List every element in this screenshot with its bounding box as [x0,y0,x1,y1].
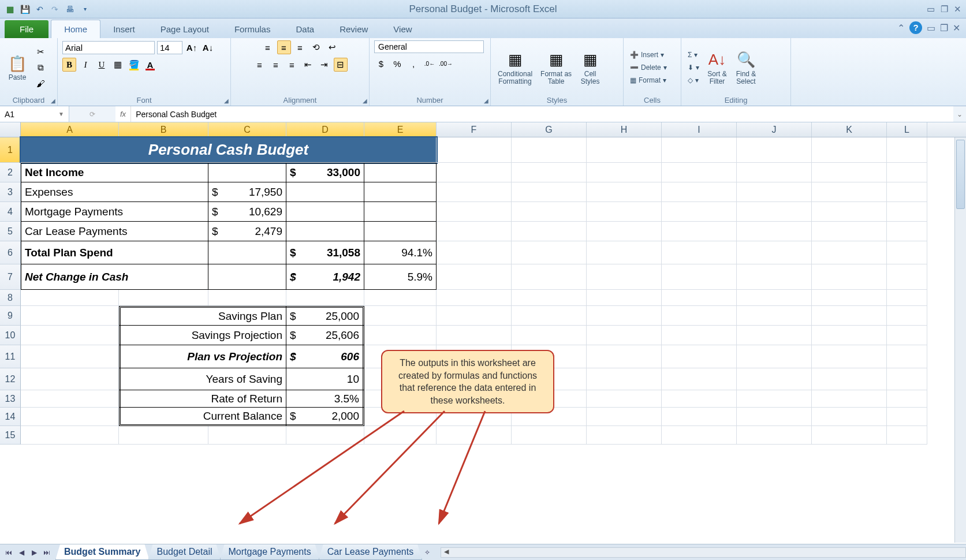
fill-button[interactable]: ⬇▾ [686,63,701,72]
row-header-5[interactable]: 5 [0,222,21,241]
font-name-select[interactable] [62,41,155,54]
cell[interactable]: $10,629 [208,202,286,222]
align-center-icon[interactable]: ≡ [269,58,283,72]
increase-decimal-icon[interactable]: .0← [423,57,437,70]
sheet-last-icon[interactable]: ⏭ [40,546,53,559]
cell[interactable]: $606 [286,345,364,368]
cell[interactable]: Years of Saving [119,368,286,390]
worksheet-grid[interactable]: ABCDEFGHIJKL 1Personal Cash Budget2Net I… [0,122,966,543]
cell[interactable] [662,368,737,390]
cell[interactable] [286,182,364,202]
cell[interactable] [364,306,437,326]
cell[interactable] [662,241,737,264]
delete-cells-button[interactable]: ➖Delete ▾ [628,63,669,72]
tab-review[interactable]: Review [327,20,381,38]
cell[interactable] [812,222,887,241]
cell[interactable] [737,202,812,222]
alignment-launcher-icon[interactable]: ◢ [363,98,367,104]
cell[interactable] [119,426,208,445]
cell[interactable] [887,426,927,445]
col-header-L[interactable]: L [887,122,927,137]
conditional-formatting-button[interactable]: ▦Conditional Formatting [495,48,535,87]
cell[interactable] [662,426,737,445]
cell[interactable]: Car Lease Payments [21,222,208,241]
cell[interactable]: $25,000 [286,306,364,326]
col-header-A[interactable]: A [21,122,119,137]
align-right-icon[interactable]: ≡ [285,58,299,72]
cell[interactable] [587,306,662,326]
sheet-tab-car-lease-payments[interactable]: Car Lease Payments [319,544,422,560]
cell[interactable] [812,408,887,426]
cell[interactable] [364,290,437,306]
cell[interactable] [737,137,812,163]
cell[interactable] [662,390,737,408]
cell[interactable] [812,368,887,390]
cell[interactable] [587,390,662,408]
cell[interactable] [21,390,119,408]
cell[interactable] [812,137,887,163]
cell[interactable]: $31,058 [286,241,364,264]
cell[interactable] [737,390,812,408]
scrollbar-thumb[interactable] [956,140,965,209]
tab-home[interactable]: Home [51,20,100,38]
cell[interactable] [887,368,927,390]
col-header-I[interactable]: I [662,122,737,137]
find-select-button[interactable]: 🔍Find & Select [733,48,759,87]
tab-data[interactable]: Data [283,20,327,38]
increase-indent-icon[interactable]: ⇥ [318,58,331,72]
restore-button[interactable]: ❐ [939,4,949,14]
cell[interactable] [887,264,927,290]
col-header-C[interactable]: C [208,122,286,137]
borders-icon[interactable]: ▦ [111,58,125,72]
cell[interactable] [512,202,587,222]
help-icon[interactable]: ? [909,21,922,34]
sheet-prev-icon[interactable]: ◀ [15,546,28,559]
cell[interactable] [364,426,437,445]
decrease-indent-icon[interactable]: ⇤ [301,58,315,72]
cell[interactable] [662,264,737,290]
comma-icon[interactable]: , [406,57,420,70]
cell[interactable] [437,241,512,264]
col-header-J[interactable]: J [737,122,812,137]
cell[interactable] [737,222,812,241]
tab-page-layout[interactable]: Page Layout [148,20,222,38]
cell[interactable] [512,264,587,290]
cell[interactable] [437,426,512,445]
row-header-2[interactable]: 2 [0,163,21,182]
cell[interactable] [364,326,437,345]
underline-button[interactable]: U [95,58,109,72]
cell[interactable]: $25,606 [286,326,364,345]
cell[interactable] [208,426,286,445]
cell[interactable] [437,137,512,163]
cell[interactable] [812,345,887,368]
window-restore-icon[interactable]: ❐ [940,23,948,33]
cell[interactable] [437,306,512,326]
cell[interactable] [208,264,286,290]
col-header-B[interactable]: B [119,122,208,137]
cell[interactable] [887,137,927,163]
cell[interactable] [737,241,812,264]
align-left-icon[interactable]: ≡ [253,58,267,72]
cell[interactable] [437,182,512,202]
cell[interactable]: $1,942 [286,264,364,290]
expand-formula-icon[interactable]: ⌄ [953,110,966,118]
format-cells-button[interactable]: ▦Format ▾ [628,76,669,85]
cell[interactable] [887,408,927,426]
cell[interactable] [286,290,364,306]
col-header-D[interactable]: D [286,122,364,137]
align-top-icon[interactable]: ≡ [261,40,275,54]
excel-icon[interactable]: ▦ [3,3,16,16]
format-painter-icon[interactable]: 🖌 [33,76,47,90]
clear-button[interactable]: ◇▾ [686,76,701,85]
row-header-14[interactable]: 14 [0,408,21,426]
cell[interactable] [887,326,927,345]
cell[interactable] [512,290,587,306]
cell[interactable] [587,345,662,368]
row-header-8[interactable]: 8 [0,290,21,306]
cell[interactable] [21,408,119,426]
cell[interactable] [662,202,737,222]
cell[interactable] [737,345,812,368]
row-header-12[interactable]: 12 [0,368,21,390]
cell[interactable] [587,163,662,182]
align-bottom-icon[interactable]: ≡ [293,40,307,54]
